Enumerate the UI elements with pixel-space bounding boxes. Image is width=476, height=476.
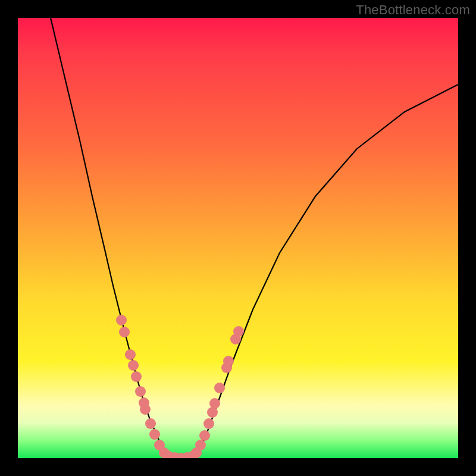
highlight-dot xyxy=(195,440,206,450)
highlight-dot xyxy=(145,418,156,429)
highlight-dot xyxy=(223,356,234,367)
highlight-dot xyxy=(131,371,142,382)
highlight-dot xyxy=(125,349,136,360)
highlight-dot xyxy=(214,383,225,393)
chart-svg xyxy=(18,18,458,458)
curve-line xyxy=(51,18,458,458)
highlight-dot xyxy=(233,326,244,337)
bottleneck-curve xyxy=(51,18,458,458)
highlight-dot xyxy=(203,418,214,429)
highlight-dot xyxy=(116,315,127,325)
chart-frame: TheBottleneck.com xyxy=(0,0,476,476)
highlight-dot xyxy=(199,430,210,441)
highlight-dot xyxy=(135,386,146,397)
highlight-dot xyxy=(209,398,220,409)
highlight-dot xyxy=(119,327,130,337)
highlight-dot xyxy=(140,404,151,415)
highlight-dot xyxy=(149,429,160,440)
plot-area xyxy=(18,18,458,458)
watermark-text: TheBottleneck.com xyxy=(356,2,470,18)
highlight-dot xyxy=(128,360,139,371)
highlight-dots-group xyxy=(116,315,244,458)
